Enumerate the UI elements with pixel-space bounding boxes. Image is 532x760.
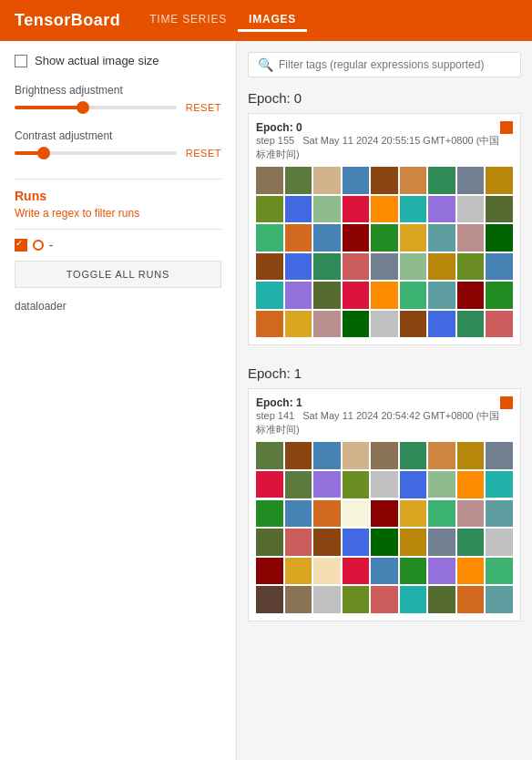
img-cell	[343, 282, 370, 309]
img-cell	[313, 282, 341, 309]
header-nav: TIME SERIES IMAGES	[138, 9, 307, 32]
img-cell	[486, 167, 513, 194]
img-cell	[256, 500, 283, 528]
img-cell	[256, 253, 283, 281]
img-cell	[313, 311, 341, 338]
img-cell	[343, 558, 370, 585]
img-cell	[457, 586, 485, 613]
img-cell	[486, 442, 513, 469]
contrast-slider-row: RESET	[15, 148, 221, 159]
img-cell	[428, 471, 455, 498]
run-color-dot	[33, 240, 44, 251]
img-cell	[371, 311, 398, 338]
contrast-reset-btn[interactable]: RESET	[186, 148, 221, 159]
epoch-1-section: Epoch: 1 Epoch: 1 step 141 Sat May 11 20…	[248, 365, 521, 621]
epoch-1-color-marker	[500, 396, 513, 409]
img-cell	[285, 282, 312, 309]
img-cell	[457, 529, 485, 556]
nav-images[interactable]: IMAGES	[238, 9, 307, 32]
filter-input[interactable]	[279, 58, 511, 71]
img-cell	[428, 442, 455, 469]
img-cell	[400, 500, 427, 528]
img-cell	[486, 500, 513, 528]
img-cell	[457, 558, 485, 585]
img-cell	[343, 442, 370, 469]
img-cell	[313, 471, 341, 498]
epoch-1-card: Epoch: 1 step 141 Sat May 11 2024 20:54:…	[248, 388, 521, 621]
brightness-reset-btn[interactable]: RESET	[186, 102, 221, 113]
img-cell	[285, 471, 312, 498]
epoch-0-card-meta: step 155 Sat May 11 2024 20:55:15 GMT+08…	[256, 134, 500, 161]
toggle-all-runs-button[interactable]: TOGGLE ALL RUNS	[15, 261, 221, 288]
img-cell	[486, 586, 513, 613]
img-cell	[343, 311, 370, 338]
img-cell	[285, 586, 312, 613]
search-icon: 🔍	[258, 57, 273, 72]
img-cell	[486, 282, 513, 309]
img-cell	[486, 196, 513, 223]
run-checkbox[interactable]: ✓	[15, 239, 27, 252]
img-cell	[313, 196, 341, 223]
runs-subtitle: Write a regex to filter runs	[15, 207, 221, 220]
epoch-0-card-header: Epoch: 0 step 155 Sat May 11 2024 20:55:…	[256, 121, 513, 161]
img-cell	[400, 442, 427, 469]
show-image-size-label: Show actual image size	[35, 54, 159, 67]
epoch-1-card-title: Epoch: 1	[256, 396, 500, 409]
contrast-slider-track[interactable]	[15, 151, 177, 155]
epoch-0-section: Epoch: 0 Epoch: 0 step 155 Sat May 11 20…	[248, 90, 521, 345]
img-cell	[457, 196, 485, 223]
contrast-slider-thumb[interactable]	[37, 147, 50, 159]
img-cell	[285, 311, 312, 338]
img-cell	[486, 471, 513, 498]
img-cell	[285, 442, 312, 469]
img-cell	[428, 529, 455, 556]
img-cell	[285, 558, 312, 585]
show-image-size-checkbox[interactable]	[15, 55, 27, 67]
epoch-1-image-grid	[256, 442, 513, 612]
img-cell	[371, 500, 398, 528]
run-name-separator: -	[49, 239, 53, 252]
dataloader-label: dataloader	[15, 300, 66, 313]
img-cell	[400, 586, 427, 613]
img-cell	[371, 196, 398, 223]
img-cell	[486, 311, 513, 338]
img-cell	[313, 500, 341, 528]
img-cell	[428, 224, 455, 252]
img-cell	[313, 529, 341, 556]
img-cell	[428, 311, 455, 338]
img-cell	[285, 196, 312, 223]
filter-bar: 🔍	[248, 52, 521, 77]
img-cell	[400, 224, 427, 252]
img-cell	[256, 558, 283, 585]
img-cell	[428, 282, 455, 309]
img-cell	[428, 196, 455, 223]
img-cell	[457, 224, 485, 252]
img-cell	[313, 558, 341, 585]
img-cell	[256, 311, 283, 338]
nav-time-series[interactable]: TIME SERIES	[138, 9, 238, 32]
img-cell	[313, 167, 341, 194]
img-cell	[256, 167, 283, 194]
brightness-slider-thumb[interactable]	[77, 101, 89, 114]
img-cell	[285, 253, 312, 281]
show-image-size-row: Show actual image size	[15, 54, 221, 67]
img-cell	[486, 529, 513, 556]
img-cell	[256, 196, 283, 223]
img-cell	[285, 500, 312, 528]
img-cell	[428, 558, 455, 585]
brightness-slider-track[interactable]	[15, 106, 177, 109]
img-cell	[343, 167, 370, 194]
img-cell	[457, 282, 485, 309]
img-cell	[400, 167, 427, 194]
img-cell	[400, 253, 427, 281]
run-item: ✓ -	[15, 239, 221, 252]
brightness-slider-fill	[15, 106, 83, 109]
img-cell	[371, 529, 398, 556]
img-cell	[285, 167, 312, 194]
img-cell	[343, 586, 370, 613]
img-cell	[313, 253, 341, 281]
img-cell	[428, 586, 455, 613]
img-cell	[457, 442, 485, 469]
img-cell	[371, 471, 398, 498]
img-cell	[343, 500, 370, 528]
